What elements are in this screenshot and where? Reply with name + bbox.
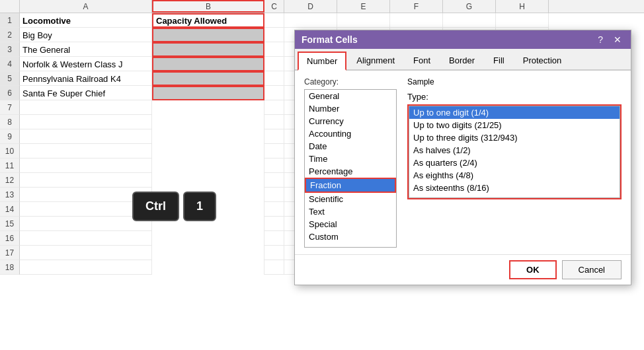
cell-c-11: [264, 158, 284, 173]
type-item[interactable]: Up to three digits (312/943): [409, 131, 620, 144]
cell-b-4[interactable]: [152, 57, 264, 71]
ctrl-key: Ctrl: [132, 192, 179, 221]
cell-b-11[interactable]: [152, 158, 264, 173]
type-item[interactable]: As quarters (2/4): [409, 157, 620, 169]
cell-b-2[interactable]: [152, 28, 264, 42]
cell-a-7[interactable]: [20, 100, 152, 115]
type-item[interactable]: As halves (1/2): [409, 144, 620, 157]
cell-extra-1-4: [496, 13, 549, 28]
cell-extra-1-2: [390, 13, 443, 28]
tab-number[interactable]: Number: [298, 52, 346, 71]
type-item[interactable]: As sixteenths (8/16): [409, 182, 620, 194]
dialog-title-bar: Format Cells ? ✕: [295, 30, 631, 49]
row-num-13: 13: [0, 188, 20, 202]
row-num-9: 9: [0, 129, 20, 144]
category-item-custom[interactable]: Custom: [305, 230, 396, 243]
cell-c-14: [264, 202, 284, 217]
row-num-6: 6: [0, 86, 20, 100]
type-label-row: Type:: [407, 92, 622, 102]
row-num-12: 12: [0, 173, 20, 188]
type-list[interactable]: Up to one digit (1/4)Up to two digits (2…: [409, 106, 620, 198]
category-label: Category:: [304, 77, 397, 87]
cell-b-3[interactable]: [152, 42, 264, 57]
dialog-footer: OK Cancel: [295, 254, 631, 285]
table-row: LocomotiveCapacity Allowed: [20, 13, 549, 28]
type-item[interactable]: Up to two digits (21/25): [409, 119, 620, 131]
category-item-time[interactable]: Time: [305, 153, 396, 165]
cancel-button[interactable]: Cancel: [562, 260, 622, 279]
col-header-d: D: [284, 0, 337, 13]
cell-c-2: [264, 28, 284, 42]
cell-b-6[interactable]: [152, 86, 264, 100]
category-item-text[interactable]: Text: [305, 205, 396, 218]
row-num-11: 11: [0, 158, 20, 173]
cell-c-7: [264, 100, 284, 115]
cell-a-18[interactable]: [20, 260, 152, 275]
row-num-5: 5: [0, 71, 20, 86]
cell-a-10[interactable]: [20, 144, 152, 158]
cell-c-9: [264, 129, 284, 144]
type-item[interactable]: As eighths (4/8): [409, 169, 620, 182]
row-num-4: 4: [0, 57, 20, 71]
row-num-1: 1: [0, 13, 20, 28]
category-item-fraction[interactable]: Fraction: [305, 178, 396, 193]
category-item-general[interactable]: General: [305, 90, 396, 102]
dialog-help-button[interactable]: ?: [595, 34, 606, 45]
cell-c-13: [264, 188, 284, 202]
cell-a-8[interactable]: [20, 115, 152, 129]
cell-b-5[interactable]: [152, 71, 264, 86]
category-item-scientific[interactable]: Scientific: [305, 193, 396, 205]
cell-a-2[interactable]: Big Boy: [20, 28, 152, 42]
cell-b-16[interactable]: [152, 231, 264, 246]
right-panel: Sample Type: Up to one digit (1/4)Up to …: [407, 77, 622, 248]
tab-protection[interactable]: Protection: [514, 52, 571, 69]
type-item[interactable]: Up to one digit (1/4): [409, 106, 620, 119]
sample-label: Sample: [407, 77, 622, 87]
dialog-body: Category: GeneralNumberCurrencyAccountin…: [295, 71, 631, 254]
cell-b-17[interactable]: [152, 246, 264, 260]
cell-a-17[interactable]: [20, 246, 152, 260]
tab-font[interactable]: Font: [405, 52, 439, 69]
cell-a-4[interactable]: Norfolk & Western Class J: [20, 57, 152, 71]
cell-a-1[interactable]: Locomotive: [20, 13, 152, 28]
cell-a-11[interactable]: [20, 158, 152, 173]
cell-a-16[interactable]: [20, 231, 152, 246]
cell-b-18[interactable]: [152, 260, 264, 275]
corner-cell: [0, 0, 20, 13]
cell-a-5[interactable]: Pennsylvania Railroad K4: [20, 71, 152, 86]
cell-b-8[interactable]: [152, 115, 264, 129]
tab-alignment[interactable]: Alignment: [348, 52, 403, 69]
cell-b-12[interactable]: [152, 173, 264, 188]
type-label: Type:: [407, 92, 428, 102]
row-num-14: 14: [0, 202, 20, 217]
cell-c-4: [264, 57, 284, 71]
cell-a-12[interactable]: [20, 173, 152, 188]
category-item-percentage[interactable]: Percentage: [305, 165, 396, 178]
cell-b-7[interactable]: [152, 100, 264, 115]
dialog-close-button[interactable]: ✕: [611, 34, 624, 45]
row-numbers: 123456789101112131415161718: [0, 13, 20, 275]
format-cells-dialog[interactable]: Format Cells ? ✕ NumberAlignmentFontBord…: [294, 30, 631, 285]
cell-c-6: [264, 86, 284, 100]
category-item-special[interactable]: Special: [305, 218, 396, 230]
category-item-currency[interactable]: Currency: [305, 115, 396, 127]
category-item-accounting[interactable]: Accounting: [305, 127, 396, 140]
cell-b-9[interactable]: [152, 129, 264, 144]
row-num-17: 17: [0, 246, 20, 260]
ok-button[interactable]: OK: [509, 260, 557, 279]
category-item-number[interactable]: Number: [305, 102, 396, 115]
cell-c-17: [264, 246, 284, 260]
category-list[interactable]: GeneralNumberCurrencyAccountingDateTimeP…: [304, 89, 397, 248]
tab-fill[interactable]: Fill: [485, 52, 513, 69]
cell-a-6[interactable]: Santa Fe Super Chief: [20, 86, 152, 100]
tab-border[interactable]: Border: [440, 52, 483, 69]
cell-b-10[interactable]: [152, 144, 264, 158]
category-item-date[interactable]: Date: [305, 140, 396, 153]
cell-a-9[interactable]: [20, 129, 152, 144]
col-header-g: G: [443, 0, 496, 13]
cell-b-1[interactable]: Capacity Allowed: [152, 13, 264, 28]
col-header-h: H: [496, 0, 549, 13]
cell-a-3[interactable]: The General: [20, 42, 152, 57]
dialog-title: Format Cells: [302, 34, 358, 45]
type-section: Type: Up to one digit (1/4)Up to two dig…: [407, 92, 622, 199]
